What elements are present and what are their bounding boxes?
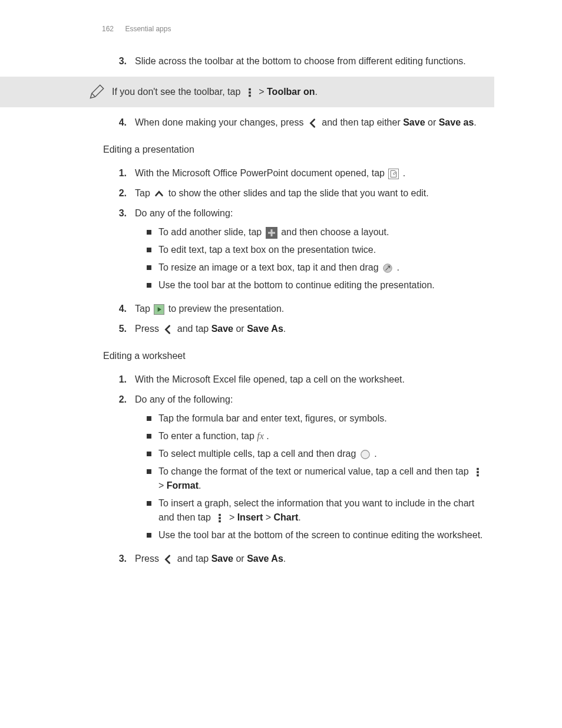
play-icon — [154, 304, 164, 315]
pres-step-2: 2. Tap to show the other slides and tap … — [115, 186, 488, 200]
ws-sub-c: To select multiple cells, tap a cell and… — [135, 447, 488, 461]
heading-worksheet: Editing a worksheet — [103, 349, 494, 363]
page-content: 162 Essential apps 3. Slide across the t… — [0, 0, 562, 595]
svg-rect-10 — [219, 520, 222, 522]
svg-rect-8 — [219, 514, 222, 516]
plus-icon — [266, 227, 277, 239]
ws-sub-f: Use the tool bar at the bottom of the sc… — [135, 528, 488, 542]
step-4: 4. When done making your changes, press … — [115, 116, 488, 130]
pres-sub-c: To resize an image or a text box, tap it… — [135, 261, 488, 275]
edit-doc-icon — [388, 169, 399, 179]
toolbar-steps: 3. Slide across the toolbar at the botto… — [115, 54, 488, 68]
svg-rect-0 — [249, 88, 251, 91]
ws-step-1: 1. With the Microsoft Excel file opened,… — [115, 373, 488, 387]
svg-rect-7 — [477, 474, 479, 476]
pres-step-3: 3. Do any of the following: To add anoth… — [115, 206, 488, 296]
page-header: 162 Essential apps — [102, 24, 494, 34]
pres-step-4: 4. Tap to preview the presentation. — [115, 302, 488, 316]
tip-callout: If you don't see the toolbar, tap > Tool… — [0, 77, 494, 107]
step-text: Slide across the toolbar at the bottom t… — [135, 54, 488, 68]
toolbar-steps-cont: 4. When done making your changes, press … — [115, 116, 488, 130]
resize-handle-icon — [382, 263, 393, 274]
pres-step-1: 1. With the Microsoft Office PowerPoint … — [115, 166, 488, 180]
ws-step-3: 3. Press and tap Save or Save As. — [115, 552, 488, 566]
heading-presentation: Editing a presentation — [103, 143, 494, 157]
worksheet-steps: 1. With the Microsoft Excel file opened,… — [115, 373, 488, 566]
ws-step-2: 2. Do any of the following: Tap the form… — [115, 393, 488, 546]
chevron-up-icon — [154, 189, 164, 199]
fx-icon: fx — [257, 431, 264, 441]
svg-point-4 — [361, 450, 369, 459]
ws-sub-a: Tap the formula bar and enter text, figu… — [135, 411, 488, 426]
pres-sub-b: To edit text, tap a text box on the pres… — [135, 243, 488, 257]
overflow-icon — [214, 513, 225, 523]
back-icon — [308, 118, 318, 129]
ws-sub-d: To change the format of the text or nume… — [135, 465, 488, 493]
svg-rect-6 — [477, 471, 479, 473]
tip-text: If you don't see the toolbar, tap > Tool… — [112, 85, 318, 99]
pres-step-5: 5. Press and tap Save or Save As. — [115, 322, 488, 336]
drag-handle-icon — [360, 449, 371, 460]
pres-sub-d: Use the tool bar at the bottom to contin… — [135, 278, 488, 292]
svg-rect-9 — [219, 517, 222, 519]
pencil-icon — [88, 84, 105, 100]
step-marker: 3. — [115, 54, 127, 68]
svg-rect-1 — [249, 91, 251, 94]
step-text: When done making your changes, press and… — [135, 116, 488, 130]
section-title: Essential apps — [125, 25, 171, 33]
overflow-icon — [244, 87, 255, 98]
ws-sub-b: To enter a function, tap fx . — [135, 429, 488, 443]
overflow-icon — [472, 467, 483, 477]
presentation-steps: 1. With the Microsoft Office PowerPoint … — [115, 166, 488, 336]
page-number: 162 — [102, 25, 114, 33]
svg-rect-2 — [249, 94, 251, 97]
back-icon — [163, 554, 173, 565]
back-icon — [163, 324, 173, 335]
step-marker: 4. — [115, 116, 127, 130]
pres-sub-a: To add another slide, tap and then choos… — [135, 225, 488, 239]
svg-rect-5 — [477, 468, 479, 470]
ws-sub-e: To insert a graph, select the informatio… — [135, 496, 488, 525]
step-3: 3. Slide across the toolbar at the botto… — [115, 54, 488, 68]
